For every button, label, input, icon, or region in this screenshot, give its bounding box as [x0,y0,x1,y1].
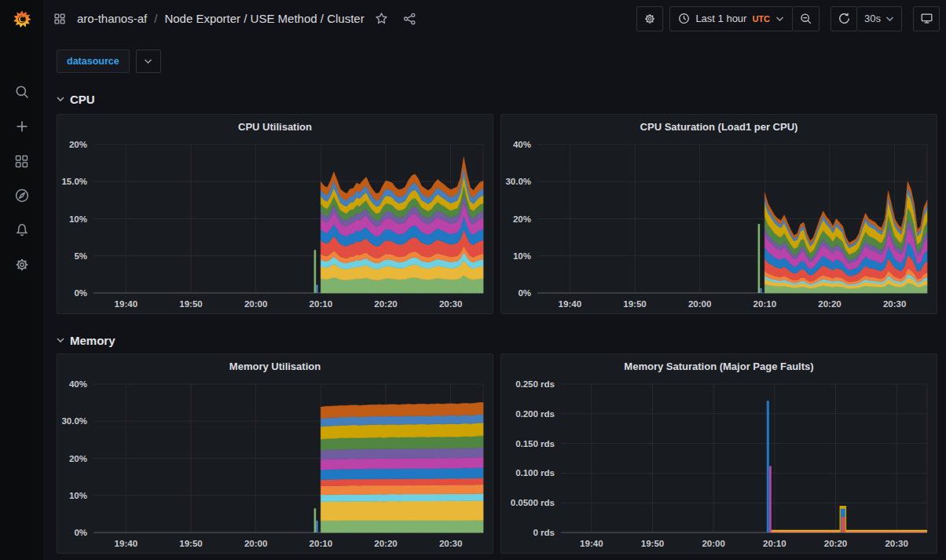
panel-memory-utilisation: Memory Utilisation 19:4019:5020:0020:102… [57,353,493,554]
refresh-icon [838,13,850,24]
section-header-cpu[interactable]: CPU [57,89,937,109]
chevron-down-icon [57,96,64,102]
share-icon [403,13,416,25]
sidebar-item-alerting[interactable] [0,213,43,247]
svg-text:20:20: 20:20 [824,539,847,548]
svg-text:0%: 0% [74,288,87,298]
chart-cpu-utilisation: 19:4019:5020:0020:1020:2020:300%5%10%15.… [57,138,493,313]
time-range-label: Last 1 hour [695,13,746,24]
refresh-group: 30s [830,6,902,31]
top-navbar: aro-thanos-af / Node Exporter / USE Meth… [43,0,946,37]
plus-icon [14,119,30,134]
svg-text:19:50: 19:50 [179,299,202,309]
svg-text:19:40: 19:40 [115,299,138,309]
star-button[interactable] [372,9,392,29]
datasource-variable-dropdown[interactable] [136,49,161,73]
memory-panel-row: Memory Utilisation 19:4019:5020:0020:102… [57,353,937,554]
svg-text:0.150 rds: 0.150 rds [515,439,555,448]
monitor-kiosk-icon [920,12,933,25]
svg-text:10%: 10% [69,214,87,224]
panel-title[interactable]: CPU Saturation (Load1 per CPU) [501,115,937,138]
panel-title[interactable]: Memory Saturation (Major Page Faults) [501,354,937,378]
svg-text:19:40: 19:40 [580,539,603,548]
gear-icon [644,13,656,25]
svg-text:30.0%: 30.0% [61,416,87,426]
svg-text:20:00: 20:00 [688,299,711,309]
sidebar [0,0,43,560]
chevron-down-icon [886,16,894,22]
grafana-logo[interactable] [0,0,43,37]
svg-text:0.100 rds: 0.100 rds [515,468,555,478]
search-icon [14,84,30,100]
svg-text:20:10: 20:10 [310,539,332,548]
gear-icon [14,257,30,273]
svg-text:40%: 40% [69,379,87,389]
timezone-label: UTC [752,14,770,24]
svg-text:30.0%: 30.0% [505,177,531,186]
sidebar-item-search[interactable] [0,75,43,109]
svg-text:20:30: 20:30 [439,299,462,309]
main-area: aro-thanos-af / Node Exporter / USE Meth… [43,0,946,560]
variables-submenu: datasource [57,49,937,73]
chart-memory-saturation: 19:4019:5020:0020:1020:2020:300 rds0.050… [501,378,937,553]
sidebar-item-explore[interactable] [0,178,43,213]
svg-text:20:10: 20:10 [754,299,776,309]
breadcrumb-dashboard-title[interactable]: Node Exporter / USE Method / Cluster [164,12,364,25]
sidebar-item-dashboards[interactable] [0,144,43,178]
section-header-memory[interactable]: Memory [57,330,937,350]
star-icon [375,12,388,25]
svg-text:19:50: 19:50 [641,539,664,548]
svg-text:20:20: 20:20 [374,539,397,548]
kiosk-mode-button[interactable] [913,6,940,31]
dashboard-content: datasource CPU CPU Utilisation 19:4019:5… [43,37,946,554]
svg-text:0.200 rds: 0.200 rds [515,409,555,419]
breadcrumb: aro-thanos-af / Node Exporter / USE Meth… [77,12,365,25]
svg-text:40%: 40% [513,140,531,149]
zoom-out-time-button[interactable] [793,6,820,31]
svg-text:20%: 20% [69,140,87,149]
svg-text:20:20: 20:20 [818,299,841,309]
apps-grid-icon[interactable] [50,9,70,29]
navbar-controls: Last 1 hour UTC [636,6,940,31]
svg-text:15.0%: 15.0% [61,177,87,186]
panel-memory-saturation: Memory Saturation (Major Page Faults) 19… [500,353,937,554]
svg-text:20:30: 20:30 [439,539,462,548]
svg-text:20:30: 20:30 [883,299,906,309]
svg-text:20:10: 20:10 [763,539,786,548]
sidebar-item-configuration[interactable] [0,247,43,282]
chart-cpu-saturation: 19:4019:5020:0020:1020:2020:300%10%20%30… [501,138,937,313]
svg-text:0%: 0% [518,288,531,298]
refresh-interval-dropdown[interactable]: 30s [857,6,902,31]
datasource-variable-button[interactable]: datasource [57,49,130,73]
svg-text:19:40: 19:40 [559,299,581,309]
sidebar-item-create[interactable] [0,109,43,144]
svg-text:10%: 10% [69,491,87,500]
chevron-down-icon [776,16,784,22]
dashboard-settings-button[interactable] [636,6,663,31]
share-button[interactable] [399,9,420,29]
svg-text:5%: 5% [74,251,87,261]
svg-text:20:00: 20:00 [244,299,267,309]
refresh-interval-value: 30s [864,13,881,24]
refresh-button[interactable] [830,6,857,31]
breadcrumb-separator: / [154,12,157,25]
svg-text:19:50: 19:50 [179,539,202,548]
time-picker-button[interactable]: Last 1 hour UTC [669,6,793,31]
panel-title[interactable]: CPU Utilisation [57,115,493,138]
grafana-logo-icon [11,8,33,30]
sidebar-icon-stack [0,75,43,282]
svg-text:20%: 20% [513,214,531,224]
svg-text:0.250 rds: 0.250 rds [515,379,555,389]
svg-text:19:40: 19:40 [115,539,138,548]
svg-text:20%: 20% [69,454,87,463]
panel-title[interactable]: Memory Utilisation [57,354,493,378]
clock-icon [678,13,690,24]
svg-text:0 rds: 0 rds [534,528,556,537]
zoom-out-magnifier-icon [800,13,812,25]
svg-text:10%: 10% [513,251,531,261]
time-controls-group: Last 1 hour UTC [669,6,820,31]
svg-text:0%: 0% [74,528,87,537]
cpu-panel-row: CPU Utilisation 19:4019:5020:0020:1020:2… [57,114,937,314]
breadcrumb-folder[interactable]: aro-thanos-af [77,12,147,25]
chart-memory-utilisation: 19:4019:5020:0020:1020:2020:300%10%20%30… [57,378,493,553]
